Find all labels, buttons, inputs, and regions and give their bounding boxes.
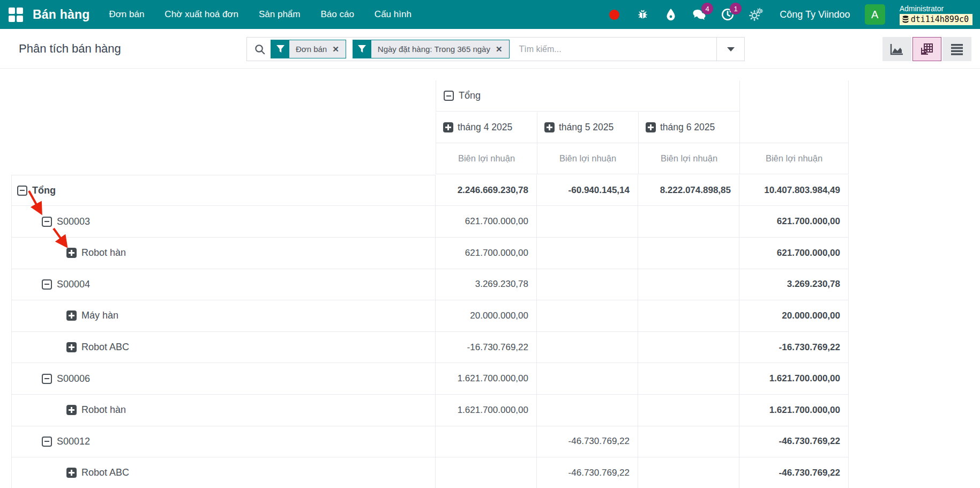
pivot-cell[interactable]	[436, 426, 537, 458]
nav-menu-item-4[interactable]: Báo cáo	[320, 9, 354, 20]
search-options-toggle[interactable]	[716, 38, 744, 61]
pivot-measure-header-3[interactable]: Biên lợi nhuận	[638, 143, 739, 174]
pivot-cell[interactable]	[638, 363, 739, 395]
pivot-cell[interactable]: 621.700.000,00	[436, 206, 537, 238]
expand-icon[interactable]	[66, 248, 77, 258]
expand-icon[interactable]	[443, 122, 453, 132]
pivot-row-header[interactable]: S00012	[11, 426, 436, 458]
main-menu: Đơn bánChờ xuất hoá đơnSản phẩmBáo cáoCấ…	[109, 9, 411, 20]
collapse-icon[interactable]	[42, 217, 52, 227]
pivot-cell[interactable]: 1.621.700.000,00	[739, 363, 849, 395]
pivot-cell[interactable]	[537, 206, 638, 238]
pivot-col-header-3[interactable]: tháng 6 2025	[638, 112, 739, 143]
pivot-row-header[interactable]: Máy hàn	[11, 300, 436, 332]
pivot-row-header[interactable]: Robot ABC	[11, 457, 436, 488]
droplet-icon[interactable]	[664, 8, 678, 21]
pivot-cell[interactable]	[537, 269, 638, 301]
pivot-row-header[interactable]: S00003	[11, 206, 436, 238]
view-button-graph[interactable]	[882, 37, 911, 61]
pivot-row-header[interactable]: Robot hàn	[11, 238, 436, 269]
expand-icon[interactable]	[66, 342, 77, 352]
activities-clock-icon[interactable]: 1	[721, 8, 735, 21]
pivot-cell[interactable]	[537, 332, 638, 364]
nav-menu-item-1[interactable]: Đơn bán	[109, 9, 144, 20]
pivot-cell[interactable]: 10.407.803.984,49	[739, 175, 849, 206]
nav-menu-item-2[interactable]: Chờ xuất hoá đơn	[164, 9, 238, 20]
pivot-cell[interactable]: 1.621.700.000,00	[436, 395, 537, 426]
pivot-cell[interactable]	[537, 300, 638, 332]
pivot-cell[interactable]: 1.621.700.000,00	[436, 363, 537, 395]
user-block[interactable]: Administrator dti1i4h899c0	[900, 4, 972, 25]
pivot-measure-header-2[interactable]: Biên lợi nhuận	[537, 143, 638, 174]
pivot-row-header[interactable]: Robot hàn	[11, 395, 436, 426]
pivot-cell[interactable]	[638, 206, 739, 238]
pivot-cell[interactable]: -60.940.145,14	[537, 175, 638, 206]
apps-menu-icon[interactable]	[9, 8, 23, 22]
collapse-icon[interactable]	[444, 91, 454, 101]
pivot-cell[interactable]: 2.246.669.230,78	[436, 175, 537, 206]
pivot-cell[interactable]: -46.730.769,22	[739, 426, 849, 458]
pivot-cell[interactable]: -16.730.769,22	[739, 332, 849, 364]
pivot-cell[interactable]	[638, 332, 739, 364]
pivot-cell[interactable]: 20.000.000,00	[436, 300, 537, 332]
filter-remove-icon[interactable]: ✕	[332, 45, 339, 54]
filter-remove-icon[interactable]: ✕	[496, 45, 503, 54]
expand-icon[interactable]	[66, 310, 77, 321]
bug-icon[interactable]	[635, 8, 649, 21]
pivot-cell[interactable]: -46.730.769,22	[739, 457, 849, 488]
search-input[interactable]: Tìm kiếm...	[519, 45, 716, 54]
nav-menu-item-5[interactable]: Cấu hình	[375, 9, 412, 20]
pivot-row-header[interactable]: Robot ABC	[11, 332, 436, 364]
pivot-cell[interactable]: -46.730.769,22	[537, 457, 638, 488]
pivot-cell[interactable]: 1.621.700.000,00	[739, 395, 849, 426]
pivot-cell[interactable]	[537, 363, 638, 395]
user-avatar[interactable]: A	[865, 4, 885, 25]
messages-icon[interactable]: 4	[692, 8, 706, 21]
collapse-icon[interactable]	[17, 186, 27, 196]
pivot-row-header[interactable]: S00006	[11, 363, 436, 395]
pivot-cell[interactable]	[638, 395, 739, 426]
filter-chip-1[interactable]: Đơn bán✕	[271, 40, 346, 58]
nav-menu-item-3[interactable]: Sản phẩm	[259, 9, 301, 20]
view-button-pivot[interactable]	[912, 37, 941, 61]
pivot-cell[interactable]: 3.269.230,78	[436, 269, 537, 301]
expand-icon[interactable]	[66, 405, 77, 415]
record-indicator-icon[interactable]	[607, 8, 621, 21]
collapse-icon[interactable]	[42, 374, 52, 384]
pivot-row-header[interactable]: S00004	[11, 269, 436, 301]
expand-icon[interactable]	[66, 468, 77, 478]
search-bar[interactable]: Đơn bán✕Ngày đặt hàng: Trong 365 ngày✕ T…	[246, 37, 745, 61]
expand-icon[interactable]	[646, 122, 656, 132]
pivot-col-group-header[interactable]: Tổng	[436, 80, 739, 112]
expand-icon[interactable]	[544, 122, 555, 132]
pivot-cell[interactable]: -46.730.769,22	[537, 426, 638, 458]
pivot-cell[interactable]: 621.700.000,00	[739, 238, 849, 269]
pivot-col-header-1[interactable]: tháng 4 2025	[436, 112, 537, 143]
app-title[interactable]: Bán hàng	[33, 8, 89, 22]
pivot-row-header[interactable]: Tổng	[11, 175, 436, 206]
pivot-cell[interactable]: 621.700.000,00	[436, 238, 537, 269]
pivot-cell[interactable]	[537, 238, 638, 269]
pivot-measure-header-4[interactable]: Biên lợi nhuận	[739, 143, 849, 174]
pivot-cell[interactable]: 3.269.230,78	[739, 269, 849, 301]
settings-gears-icon[interactable]	[749, 8, 763, 21]
view-button-list[interactable]	[942, 37, 971, 61]
filter-funnel-icon	[353, 40, 371, 58]
pivot-cell[interactable]	[638, 300, 739, 332]
company-switcher[interactable]: Công Ty Viindoo	[780, 9, 850, 20]
pivot-cell[interactable]: 20.000.000,00	[739, 300, 849, 332]
collapse-icon[interactable]	[42, 437, 52, 447]
pivot-cell[interactable]	[638, 457, 739, 488]
pivot-cell[interactable]	[436, 457, 537, 488]
pivot-cell[interactable]: 8.222.074.898,85	[638, 175, 739, 206]
pivot-cell[interactable]	[638, 426, 739, 458]
pivot-measure-header-1[interactable]: Biên lợi nhuận	[436, 143, 537, 174]
collapse-icon[interactable]	[42, 279, 52, 290]
pivot-cell[interactable]	[638, 269, 739, 301]
pivot-cell[interactable]: 621.700.000,00	[739, 206, 849, 238]
pivot-cell[interactable]: -16.730.769,22	[436, 332, 537, 364]
pivot-col-header-2[interactable]: tháng 5 2025	[537, 112, 638, 143]
pivot-cell[interactable]	[638, 238, 739, 269]
pivot-cell[interactable]	[537, 395, 638, 426]
filter-chip-2[interactable]: Ngày đặt hàng: Trong 365 ngày✕	[353, 40, 510, 58]
